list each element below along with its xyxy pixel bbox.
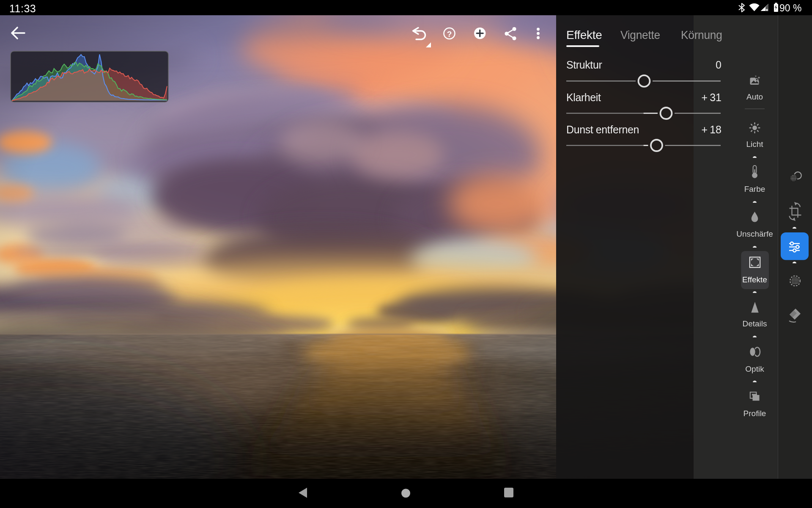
svg-text:?: ? <box>447 30 452 39</box>
